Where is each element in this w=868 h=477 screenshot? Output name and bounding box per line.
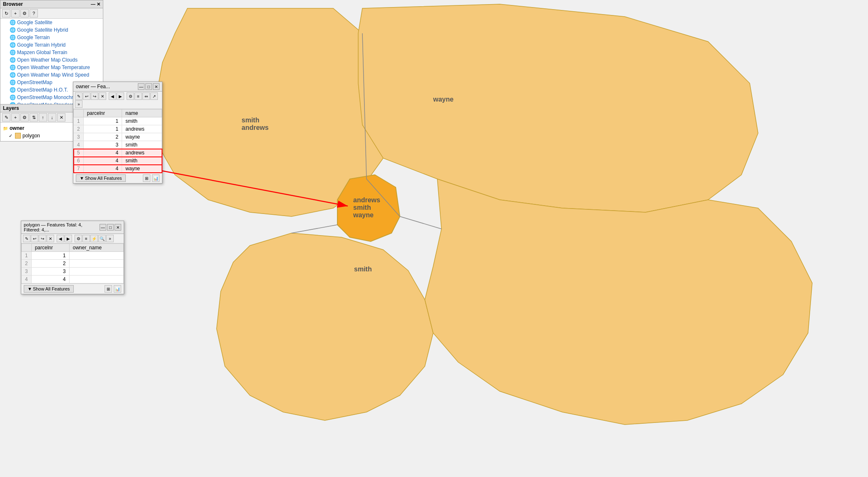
cell-parcelnr: 3 (31, 268, 69, 276)
row-num: 1 (22, 252, 32, 260)
owner-tbl-undo-btn[interactable]: ↩ (83, 92, 90, 100)
browser-item-google-satellite-hybrid[interactable]: 🌐 Google Satellite Hybrid (0, 26, 103, 34)
layers-remove-btn[interactable]: ✕ (57, 113, 65, 122)
folder-icon: 📁 (3, 126, 8, 131)
browser-item-owm-clouds[interactable]: 🌐 Open Weather Map Clouds (0, 56, 103, 64)
browser-add-btn[interactable]: + (11, 9, 20, 17)
row-num: 6 (74, 157, 84, 165)
poly-tbl-undo-btn[interactable]: ↩ (31, 235, 38, 242)
poly-tbl-columns-btn[interactable]: ≡ (82, 235, 90, 242)
polygon-table-panel: polygon — Features Total: 4, Filtered: 4… (21, 221, 124, 294)
table-row-selected-7[interactable]: 7 4 wayne (74, 165, 162, 173)
table-row[interactable]: 1 1 smith (74, 117, 162, 125)
table-row[interactable]: 4 4 (22, 276, 124, 283)
poly-col-parcelnr[interactable]: parcelnr (31, 244, 69, 252)
browser-help-btn[interactable]: ? (30, 9, 38, 17)
owner-tbl-edit-btn[interactable]: ✎ (75, 92, 82, 100)
owner-footer-grid-btn[interactable]: ⊞ (143, 174, 150, 182)
browser-refresh-btn[interactable]: ↻ (2, 9, 10, 17)
browser-filter-btn[interactable]: ⚙ (20, 9, 29, 17)
poly-tbl-filter-btn[interactable]: ⚙ (75, 235, 82, 242)
poly-tbl-prev-btn[interactable]: ◀ (57, 235, 64, 242)
owner-table-maximize-btn[interactable]: □ (145, 83, 152, 90)
browser-toolbar: ↻ + ⚙ ? (0, 8, 103, 19)
owner-table-minimize-btn[interactable]: — (138, 83, 145, 90)
poly-tbl-search-btn[interactable]: ⚡ (90, 235, 98, 242)
owner-tbl-prev-btn[interactable]: ◀ (109, 92, 116, 100)
layers-up-btn[interactable]: ↑ (39, 113, 47, 122)
poly-footer-grid-btn[interactable]: ⊞ (105, 285, 112, 293)
row-num: 4 (22, 276, 32, 283)
table-row-selected-5[interactable]: 5 4 andrews (74, 149, 162, 157)
globe-icon-1: 🌐 (10, 20, 15, 25)
cell-parcelnr: 3 (83, 141, 122, 149)
cell-parcelnr: 4 (83, 157, 122, 165)
svg-line-7 (400, 216, 441, 229)
poly-tbl-more-btn[interactable]: » (106, 235, 114, 242)
polygon-table-close-btn[interactable]: ✕ (115, 224, 121, 231)
table-row[interactable]: 3 2 wayne (74, 133, 162, 141)
browser-item-owm-wind[interactable]: 🌐 Open Weather Map Wind Speed (0, 71, 103, 79)
show-all-features-btn[interactable]: ▼ Show All Features (76, 174, 126, 182)
browser-item-google-terrain-hybrid[interactable]: 🌐 Google Terrain Hybrid (0, 41, 103, 49)
table-row[interactable]: 2 2 (22, 260, 124, 268)
layers-edit-btn[interactable]: ✎ (2, 113, 10, 122)
globe-icon-2: 🌐 (10, 27, 15, 33)
globe-icon-3: 🌐 (10, 35, 15, 40)
cell-name: andrews (122, 125, 162, 133)
browser-item-google-terrain[interactable]: 🌐 Google Terrain (0, 34, 103, 41)
polygon-table-footer: ▼ Show All Features ⊞ 📊 (21, 283, 124, 294)
owner-tbl-more-btn[interactable]: » (75, 100, 82, 108)
row-num: 3 (74, 133, 84, 141)
owner-tbl-redo-btn[interactable]: ↪ (91, 92, 98, 100)
poly-tbl-zoom-btn[interactable]: 🔍 (98, 235, 106, 242)
globe-icon-10: 🌐 (10, 87, 15, 93)
poly-footer-chart-btn[interactable]: 📊 (114, 285, 121, 293)
poly-tbl-redo-btn[interactable]: ↪ (39, 235, 46, 242)
svg-marker-2 (337, 175, 400, 241)
globe-icon-7: 🌐 (10, 65, 15, 70)
svg-line-8 (292, 225, 337, 233)
owner-tbl-export-btn[interactable]: ↗ (150, 92, 158, 100)
owner-tbl-del-btn[interactable]: ✕ (99, 92, 106, 100)
poly-tbl-next-btn[interactable]: ▶ (65, 235, 72, 242)
cell-parcelnr: 4 (83, 149, 122, 157)
cell-name: smith (122, 157, 162, 165)
layers-down-btn[interactable]: ↓ (48, 113, 56, 122)
table-row[interactable]: 3 3 (22, 268, 124, 276)
polygon-table-minimize-btn[interactable]: — (100, 224, 106, 231)
cell-parcelnr: 1 (83, 117, 122, 125)
owner-col-name[interactable]: name (122, 109, 162, 117)
browser-item-google-satellite[interactable]: 🌐 Google Satellite (0, 19, 103, 26)
owner-table-close-btn[interactable]: ✕ (153, 83, 160, 90)
layers-filter-btn[interactable]: ⚙ (20, 113, 29, 122)
owner-footer-chart-btn[interactable]: 📊 (152, 174, 160, 182)
owner-col-parcelnr[interactable]: parcelnr (83, 109, 122, 117)
browser-title-controls[interactable]: — ✕ (91, 2, 100, 7)
table-row-selected-6[interactable]: 6 4 smith (74, 157, 162, 165)
browser-item-owm-temp[interactable]: 🌐 Open Weather Map Temperature (0, 64, 103, 71)
polygon-show-all-features-btn[interactable]: ▼ Show All Features (24, 285, 74, 293)
layers-sort-btn[interactable]: ⇅ (30, 113, 38, 122)
poly-col-rownum (22, 244, 32, 252)
owner-tbl-filter-btn[interactable]: ⚙ (127, 92, 134, 100)
table-row[interactable]: 1 1 (22, 252, 124, 260)
cell-ownername (69, 268, 123, 276)
table-row[interactable]: 4 3 smith (74, 141, 162, 149)
polygon-layer-icon (15, 133, 21, 139)
row-num: 1 (74, 117, 84, 125)
poly-tbl-del-btn[interactable]: ✕ (47, 235, 54, 242)
table-row[interactable]: 2 1 andrews (74, 125, 162, 133)
layers-add-btn[interactable]: + (11, 113, 20, 122)
poly-col-ownername[interactable]: owner_name (69, 244, 123, 252)
browser-item-mapzen[interactable]: 🌐 Mapzen Global Terrain (0, 49, 103, 56)
owner-tbl-expand-btn[interactable]: ⇔ (142, 92, 150, 100)
filter-icon: ▼ (80, 176, 84, 181)
owner-table: parcelnr name 1 1 smith 2 1 andrews 3 2 … (73, 109, 162, 173)
poly-tbl-edit-btn[interactable]: ✎ (23, 235, 30, 242)
polygon-table-maximize-btn[interactable]: □ (107, 224, 114, 231)
owner-tbl-columns-btn[interactable]: ≡ (135, 92, 142, 100)
owner-table-window-controls: — □ ✕ (138, 83, 160, 90)
owner-table-title: owner — Fea... — □ ✕ (73, 82, 162, 92)
owner-tbl-next-btn[interactable]: ▶ (117, 92, 124, 100)
